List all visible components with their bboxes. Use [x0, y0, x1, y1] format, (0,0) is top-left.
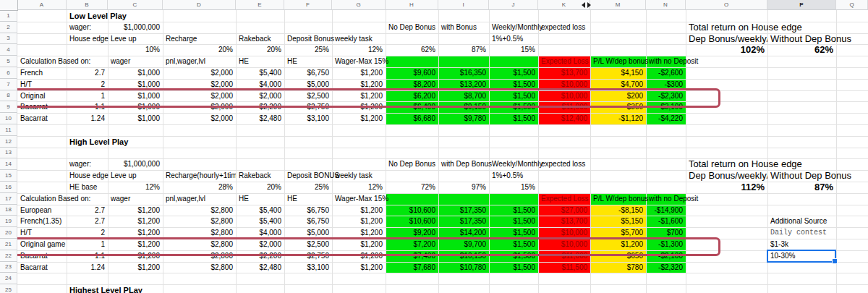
cell-H9[interactable]: $6,400 [386, 101, 438, 113]
cell-J7[interactable]: $1,500 [489, 79, 538, 90]
cell-E17[interactable]: HE [236, 193, 284, 205]
cell-F16[interactable]: 25% [284, 182, 332, 193]
cell-F19[interactable]: $6,750 [284, 216, 332, 227]
cell-D18[interactable]: $2,800 [163, 205, 236, 216]
cell-K8[interactable]: $10,000 [538, 90, 590, 102]
cell-B1[interactable]: Low Level Play [67, 10, 108, 22]
cell-B2[interactable]: wager: [67, 22, 108, 33]
cell-C14[interactable]: $1,000,000 [108, 158, 163, 170]
cell-A21[interactable]: Original game [17, 239, 67, 250]
cell-K23[interactable]: $11,500 [538, 262, 590, 273]
column-header-F[interactable]: F [284, 0, 332, 10]
cell-I2[interactable]: with Bonus [438, 22, 489, 33]
hidden-column-indicator[interactable] [582, 2, 591, 8]
cell-F15[interactable]: Deposit BONUS [284, 170, 332, 182]
cell-G20[interactable]: $1,200 [332, 227, 386, 239]
select-all-corner[interactable] [0, 0, 18, 11]
cell-H20[interactable]: $9,200 [386, 227, 438, 239]
cell-D4[interactable]: 20% [163, 44, 236, 56]
cell-K19[interactable]: $13,700 [538, 216, 590, 227]
cell-B12[interactable]: High Level Play [67, 136, 108, 148]
cell-G10[interactable]: $1,200 [332, 113, 386, 124]
cell-J14[interactable]: Weekly/Monthly [489, 158, 538, 170]
cell-M23[interactable]: $780 [590, 262, 646, 273]
cell-F3[interactable]: Deposit Bonus [284, 33, 332, 45]
cell-B10[interactable]: 1.24 [67, 113, 108, 124]
cell-B19[interactable]: 2.7 [67, 216, 108, 227]
row-header-1[interactable]: 1 [0, 10, 17, 22]
column-header-D[interactable]: D [163, 0, 236, 10]
cell-J4[interactable]: 15% [489, 44, 538, 56]
cell-J5[interactable] [489, 56, 538, 67]
cell-H18[interactable]: $10,600 [386, 205, 438, 216]
cell-D15[interactable]: Recharge(hourly+1time) [163, 170, 236, 182]
cell-B16[interactable]: HE base [67, 182, 108, 193]
cell-J3[interactable]: 1%+0.5% [489, 33, 538, 45]
cell-G6[interactable]: $1,200 [332, 67, 386, 79]
cell-F21[interactable]: $2,500 [284, 239, 332, 250]
cell-N18[interactable]: -$14,900 [646, 205, 686, 216]
cell-M20[interactable]: $5,700 [590, 227, 646, 239]
cell-E6[interactable]: $5,400 [236, 67, 284, 79]
cell-G21[interactable]: $1,200 [332, 239, 386, 250]
cell-H10[interactable]: $6,680 [386, 113, 438, 124]
row-header-10[interactable]: 10 [0, 113, 17, 124]
column-header-O[interactable]: O [686, 0, 767, 10]
cell-I17[interactable] [438, 193, 489, 205]
cell-J16[interactable]: 15% [489, 182, 538, 193]
cell-F20[interactable]: $5,000 [284, 227, 332, 239]
cell-J21[interactable]: $1,500 [489, 239, 538, 250]
cell-N7[interactable]: -$300 [646, 79, 686, 90]
column-header-M[interactable]: M [590, 0, 646, 10]
cell-G4[interactable]: 12% [332, 44, 386, 56]
row-header-18[interactable]: 18 [0, 205, 17, 216]
cell-M8[interactable]: $200 [590, 90, 646, 102]
cell-D22[interactable]: $2,800 [163, 250, 236, 262]
cell-G8[interactable]: $1,200 [332, 90, 386, 102]
cell-C2[interactable]: $1,000,000 [108, 22, 163, 33]
cell-M21[interactable]: $1,200 [590, 239, 646, 250]
cell-I5[interactable] [438, 56, 489, 67]
cell-A23[interactable]: Bacarrat [17, 262, 67, 273]
cell-I18[interactable]: $17,350 [438, 205, 489, 216]
row-header-2[interactable]: 2 [0, 22, 17, 33]
cell-B9[interactable]: 1.1 [67, 101, 108, 113]
cell-E21[interactable]: $2,000 [236, 239, 284, 250]
cell-P4[interactable]: 62% [767, 44, 836, 56]
cell-N23[interactable]: -$2,320 [646, 262, 686, 273]
row-header-11[interactable]: 11 [0, 124, 17, 136]
cell-M9[interactable]: -$350 [590, 101, 646, 113]
column-header-I[interactable]: I [438, 0, 489, 10]
cell-C6[interactable]: $1,000 [108, 67, 163, 79]
cell-F10[interactable]: $3,100 [284, 113, 332, 124]
cell-D7[interactable]: $2,000 [163, 79, 236, 90]
cell-G16[interactable]: 12% [332, 182, 386, 193]
cell-N5[interactable]: with no Deposit [646, 56, 686, 67]
cell-J18[interactable]: $1,500 [489, 205, 538, 216]
cell-P3[interactable]: Without Dep Bonus [767, 33, 836, 45]
row-header-25[interactable]: 25 [0, 284, 17, 293]
cell-K10[interactable]: $12,400 [538, 113, 590, 124]
cell-M18[interactable]: -$8,150 [590, 205, 646, 216]
cell-H19[interactable]: $10,600 [386, 216, 438, 227]
cell-P20[interactable]: Daily contest [767, 227, 836, 239]
cell-H6[interactable]: $9,600 [386, 67, 438, 79]
cell-J17[interactable] [489, 193, 538, 205]
cell-J6[interactable]: $1,500 [489, 67, 538, 79]
cell-A22[interactable]: Bacarrat [17, 250, 67, 262]
cell-F18[interactable]: $6,750 [284, 205, 332, 216]
cell-M19[interactable]: $5,150 [590, 216, 646, 227]
cell-N8[interactable]: -$2,300 [646, 90, 686, 102]
cell-F7[interactable]: $5,000 [284, 79, 332, 90]
cell-M7[interactable]: $4,700 [590, 79, 646, 90]
cell-H5[interactable] [386, 56, 438, 67]
cell-C18[interactable]: $1,200 [108, 205, 163, 216]
cell-B6[interactable]: 2.7 [67, 67, 108, 79]
cell-K18[interactable]: $27,000 [538, 205, 590, 216]
cell-K7[interactable]: $10,000 [538, 79, 590, 90]
row-header-12[interactable]: 12 [0, 136, 17, 148]
cell-B23[interactable]: 1.24 [67, 262, 108, 273]
cell-G9[interactable]: $1,200 [332, 101, 386, 113]
cell-H23[interactable]: $7,680 [386, 262, 438, 273]
cell-K9[interactable]: $11,000 [538, 101, 590, 113]
